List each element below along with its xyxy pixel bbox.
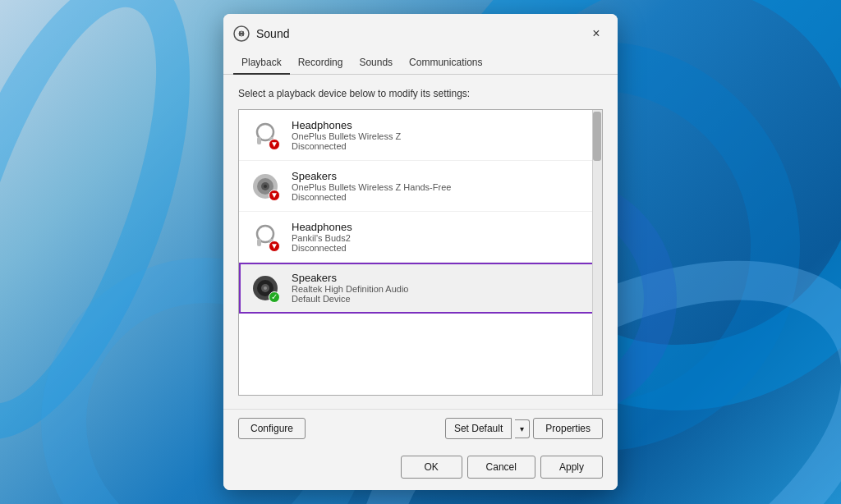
status-badge-disconnected: ▼	[269, 190, 280, 201]
svg-rect-10	[257, 239, 261, 246]
svg-rect-3	[257, 137, 261, 144]
set-default-button[interactable]: Set Default	[445, 418, 512, 439]
device-icon-speakers-1: ▼	[249, 170, 282, 203]
device-subtitle: OnePlus Bullets Wireless Z	[292, 131, 592, 141]
device-subtitle: Realtek High Definition Audio	[292, 284, 592, 294]
status-badge-default: ✓	[269, 291, 280, 303]
device-name: Headphones	[292, 119, 592, 131]
svg-point-15	[264, 286, 267, 290]
tab-bar: Playback Recording Sounds Communications	[223, 52, 618, 75]
device-item-headphones-2[interactable]: ▼ Headphones Pankil's Buds2 Disconnected	[239, 212, 602, 263]
dialog-footer: OK Cancel Apply	[223, 447, 618, 490]
device-subtitle: OnePlus Bullets Wireless Z Hands-Free	[292, 182, 592, 192]
device-status: Default Device	[292, 294, 592, 304]
dialog-content: Select a playback device below to modify…	[223, 75, 618, 409]
device-item-speakers-1[interactable]: ▼ Speakers OnePlus Bullets Wireless Z Ha…	[239, 161, 602, 212]
device-list[interactable]: ▼ Headphones OnePlus Bullets Wireless Z …	[238, 109, 603, 396]
device-status: Disconnected	[292, 192, 592, 202]
cancel-button[interactable]: Cancel	[467, 456, 535, 479]
status-badge-disconnected: ▼	[269, 241, 280, 252]
sound-dialog: Sound × Playback Recording Sounds Commun…	[223, 14, 618, 490]
device-info-headphones-2: Headphones Pankil's Buds2 Disconnected	[292, 221, 592, 253]
bottom-buttons: Configure Set Default ▾ Properties	[223, 409, 618, 447]
tab-sounds[interactable]: Sounds	[351, 52, 401, 75]
set-default-dropdown-button[interactable]: ▾	[515, 419, 530, 438]
device-info-speakers-2: Speakers Realtek High Definition Audio D…	[292, 272, 592, 304]
configure-button[interactable]: Configure	[238, 418, 306, 439]
device-item-headphones-1[interactable]: ▼ Headphones OnePlus Bullets Wireless Z …	[239, 110, 602, 161]
device-info-speakers-1: Speakers OnePlus Bullets Wireless Z Hand…	[292, 170, 592, 202]
device-status: Disconnected	[292, 141, 592, 151]
dialog-overlay: Sound × Playback Recording Sounds Commun…	[0, 0, 841, 504]
close-button[interactable]: ×	[585, 22, 608, 45]
device-name: Speakers	[292, 272, 592, 284]
device-subtitle: Pankil's Buds2	[292, 233, 592, 243]
device-name: Headphones	[292, 221, 592, 233]
ok-button[interactable]: OK	[401, 456, 462, 479]
device-name: Speakers	[292, 170, 592, 182]
apply-button[interactable]: Apply	[540, 456, 603, 479]
device-icon-headphones-2: ▼	[249, 221, 282, 254]
titlebar: Sound ×	[223, 14, 618, 52]
tab-communications[interactable]: Communications	[401, 52, 490, 75]
device-icon-headphones-1: ▼	[249, 119, 282, 152]
instruction-text: Select a playback device below to modify…	[238, 88, 603, 99]
properties-button[interactable]: Properties	[533, 418, 603, 439]
tab-recording[interactable]: Recording	[290, 52, 352, 75]
device-status: Disconnected	[292, 243, 592, 253]
device-info-headphones-1: Headphones OnePlus Bullets Wireless Z Di…	[292, 119, 592, 151]
sound-titlebar-icon	[233, 25, 250, 42]
scrollbar-track[interactable]	[592, 110, 602, 395]
device-icon-speakers-2: ✓	[249, 272, 282, 305]
tab-playback[interactable]: Playback	[233, 52, 290, 75]
scrollbar-thumb[interactable]	[593, 112, 601, 161]
svg-point-8	[264, 185, 267, 188]
dialog-title: Sound	[256, 27, 585, 40]
status-badge-disconnected: ▼	[269, 139, 280, 150]
device-item-speakers-2[interactable]: ✓ Speakers Realtek High Definition Audio…	[239, 263, 602, 314]
